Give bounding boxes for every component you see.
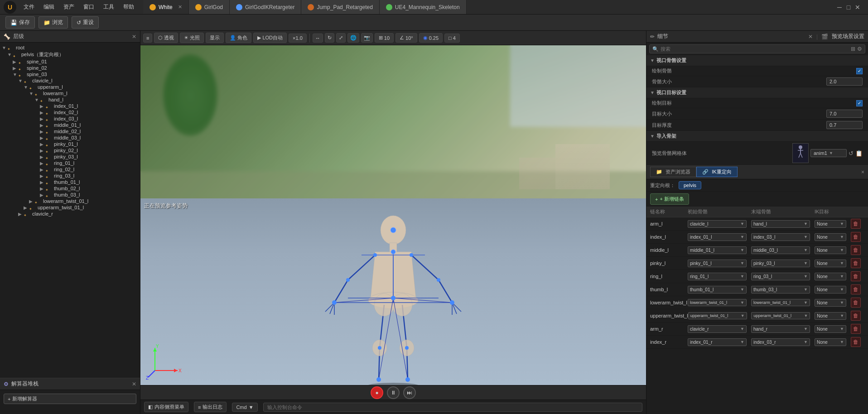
bone-ring01-l[interactable]: ▶ ring_01_l — [0, 160, 140, 166]
bone-spine01[interactable]: ▶ spine_01 — [0, 58, 140, 65]
bone-middle02-l[interactable]: ▶ middle_02_l — [0, 128, 140, 135]
content-sidebar-button[interactable]: ◧ 内容侧滑菜单 — [144, 402, 188, 412]
bone-upperarm-l[interactable]: ▼ upperarm_l — [0, 84, 140, 90]
target-dropdown-index-r[interactable]: None ▼ — [815, 338, 846, 346]
scale-value-button[interactable]: ◉ 0.25 — [419, 33, 443, 43]
refresh-icon[interactable]: ↺ — [849, 150, 854, 157]
target-thickness-input[interactable]: 0.7 — [826, 121, 863, 129]
draw-target-checkbox[interactable] — [856, 100, 863, 106]
delete-button-arm-r[interactable]: 🗑 — [851, 324, 861, 334]
start-dropdown-index-r[interactable]: index_01_r ▼ — [688, 338, 747, 346]
end-dropdown-upperarm-twist-l[interactable]: upperarm_twist_01_l ▼ — [751, 312, 810, 319]
scale-button[interactable]: ⤢ — [336, 33, 346, 43]
start-dropdown-pinky-l[interactable]: pinky_01_l ▼ — [688, 260, 747, 267]
reset-button[interactable]: ↺ 重设 — [72, 16, 99, 29]
delete-button-upperarm-twist-l[interactable]: 🗑 — [851, 311, 861, 321]
target-settings-section-header[interactable]: ▼ 视口目标设置 — [646, 87, 868, 98]
start-dropdown-thumb-l[interactable]: thumb_01_l ▼ — [688, 286, 747, 294]
ik-retarget-tab[interactable]: 🔗 IK重定向 — [696, 167, 737, 177]
delete-button-lowerarm-twist-l[interactable]: 🗑 — [851, 298, 861, 308]
grid-button[interactable]: ⊞ 10 — [375, 33, 394, 43]
start-dropdown-index-l[interactable]: index_01_l ▼ — [688, 233, 747, 241]
tab-white[interactable]: White ✕ — [143, 0, 189, 14]
bone-index01-l[interactable]: ▶ index_01_l — [0, 103, 140, 109]
target-dropdown-upperarm-twist-l[interactable]: None ▼ — [815, 312, 846, 320]
start-dropdown-arm-r[interactable]: clavicle_r ▼ — [688, 325, 747, 333]
settings-icon[interactable]: ⚙ — [857, 46, 862, 52]
bone-upperarm-twist-l[interactable]: ▶ upperarm_twist_01_l — [0, 204, 140, 211]
step-forward-button[interactable]: ⏭ — [403, 386, 416, 399]
draw-bones-checkbox[interactable] — [856, 68, 863, 74]
bone-spine02[interactable]: ▶ spine_02 — [0, 65, 140, 71]
end-dropdown-index-r[interactable]: index_03_r ▼ — [751, 338, 810, 346]
delete-button-index-r[interactable]: 🗑 — [851, 337, 861, 347]
num-button[interactable]: □ 4 — [444, 34, 460, 43]
end-dropdown-ring-l[interactable]: ring_03_l ▼ — [751, 273, 810, 280]
hierarchy-close-button[interactable]: ✕ — [132, 34, 136, 40]
bone-clavicle-r[interactable]: ▶ clavicle_r — [0, 211, 140, 217]
minimize-button[interactable]: ─ — [836, 4, 843, 10]
bone-size-input[interactable]: 2.0 — [826, 77, 863, 86]
show-button[interactable]: 显示 — [206, 33, 224, 43]
end-dropdown-middle-l[interactable]: middle_03_l ▼ — [751, 246, 810, 254]
bone-thumb02-l[interactable]: ▶ thumb_02_l — [0, 185, 140, 192]
search-input[interactable] — [661, 46, 849, 52]
delete-button-arm-l[interactable]: 🗑 — [851, 219, 861, 229]
end-dropdown-arm-r[interactable]: hand_r ▼ — [751, 325, 810, 333]
delete-button-middle-l[interactable]: 🗑 — [851, 245, 861, 255]
maximize-button[interactable]: □ — [845, 4, 852, 10]
end-dropdown-index-l[interactable]: index_03_l ▼ — [751, 233, 810, 241]
perspective-button[interactable]: ⬡ 透视 — [154, 33, 178, 43]
bone-pinky03-l[interactable]: ▶ pinky_03_l — [0, 154, 140, 160]
delete-button-ring-l[interactable]: 🗑 — [851, 271, 861, 281]
bone-root[interactable]: ▼ root — [0, 44, 140, 51]
world-button[interactable]: 🌐 — [347, 33, 359, 43]
bone-pinky01-l[interactable]: ▶ pinky_01_l — [0, 141, 140, 147]
start-dropdown-upperarm-twist-l[interactable]: upperarm_twist_01_l ▼ — [688, 312, 747, 319]
end-dropdown-arm-l[interactable]: hand_l ▼ — [751, 220, 810, 228]
details-close-button[interactable]: ✕ — [808, 34, 813, 40]
add-solver-button[interactable]: + 新增解算器 — [4, 394, 136, 404]
target-dropdown-index-l[interactable]: None ▼ — [815, 233, 846, 241]
start-dropdown-lowerarm-twist-l[interactable]: lowerarm_twist_01_l ▼ — [688, 299, 747, 306]
camera2-button[interactable]: 📷 — [361, 33, 373, 43]
hamburger-menu-button[interactable]: ≡ — [143, 34, 152, 43]
start-dropdown-middle-l[interactable]: middle_01_l ▼ — [688, 246, 747, 254]
ik-panel-close-button[interactable]: × — [861, 169, 864, 175]
bone-thumb03-l[interactable]: ▶ thumb_03_l — [0, 192, 140, 198]
target-dropdown-middle-l[interactable]: None ▼ — [815, 246, 846, 254]
asset-browser-tab[interactable]: 📁 资产浏览器 — [650, 167, 696, 177]
cmd-dropdown-button[interactable]: Cmd ▼ — [232, 403, 257, 412]
start-dropdown-ring-l[interactable]: ring_01_l ▼ — [688, 273, 747, 280]
bone-thumb01-l[interactable]: ▶ thumb_01_l — [0, 179, 140, 185]
target-dropdown-lowerarm-twist-l[interactable]: None ▼ — [815, 299, 846, 307]
browse-mesh-icon[interactable]: 📋 — [855, 150, 863, 157]
mesh-dropdown[interactable]: anim1 ▼ — [810, 149, 847, 157]
menu-window[interactable]: 窗口 — [80, 2, 98, 12]
add-chain-button[interactable]: + + 新增链条 — [650, 193, 689, 205]
bone-index03-l[interactable]: ▶ index_03_l — [0, 116, 140, 122]
end-dropdown-pinky-l[interactable]: pinky_03_l ▼ — [751, 260, 810, 267]
tab-girlgod-retargeter[interactable]: GirlGodIKRetargeter — [230, 0, 301, 14]
bone-ring03-l[interactable]: ▶ ring_03_l — [0, 173, 140, 179]
target-dropdown-pinky-l[interactable]: None ▼ — [815, 260, 846, 267]
pause-button[interactable]: ⏸ — [387, 386, 400, 399]
output-log-button[interactable]: ≡ 输出日志 — [194, 402, 227, 412]
tab-ue4-mannequin[interactable]: UE4_Mannequin_Skeleton — [380, 0, 467, 14]
target-dropdown-arm-r[interactable]: None ▼ — [815, 325, 846, 333]
bone-ring02-l[interactable]: ▶ ring_02_l — [0, 166, 140, 173]
end-dropdown-thumb-l[interactable]: thumb_03_l ▼ — [751, 286, 810, 294]
end-dropdown-lowerarm-twist-l[interactable]: lowerarm_twist_01_l ▼ — [751, 299, 810, 306]
menu-tools[interactable]: 工具 — [100, 2, 118, 12]
tab-jump-pad[interactable]: Jump_Pad_Retargeted — [301, 0, 379, 14]
bone-settings-section-header[interactable]: ▼ 视口骨骼设置 — [646, 55, 868, 66]
solver-close-button[interactable]: ✕ — [132, 381, 136, 387]
bone-hand-l[interactable]: ▼ hand_l — [0, 96, 140, 103]
import-skeleton-section-header[interactable]: ▼ 导入骨架 — [646, 131, 868, 142]
angle-button[interactable]: ∠ 10° — [395, 33, 417, 43]
bone-middle03-l[interactable]: ▶ middle_03_l — [0, 135, 140, 141]
delete-button-pinky-l[interactable]: 🗑 — [851, 258, 861, 268]
browse-button[interactable]: 📁 浏览 — [39, 16, 68, 29]
close-button[interactable]: ✕ — [854, 4, 861, 10]
start-dropdown-arm-l[interactable]: clavicle_l ▼ — [688, 220, 747, 228]
